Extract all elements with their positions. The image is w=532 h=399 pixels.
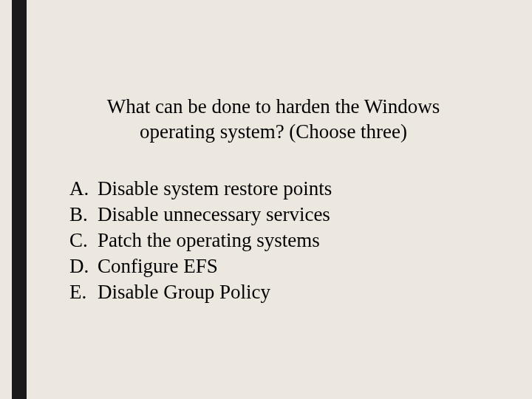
option-b: B. Disable unnecessary services: [69, 202, 332, 228]
option-text: Disable unnecessary services: [98, 202, 332, 228]
option-text: Patch the operating systems: [98, 228, 332, 253]
slide: What can be done to harden the Windows o…: [0, 0, 532, 399]
option-label: E.: [69, 279, 98, 305]
option-label: D.: [69, 253, 98, 279]
option-text: Disable Group Policy: [98, 279, 332, 305]
option-label: A.: [69, 176, 98, 202]
accent-bar: [12, 0, 27, 399]
option-c: C. Patch the operating systems: [69, 228, 332, 253]
options-list: A. Disable system restore points B. Disa…: [69, 176, 332, 305]
question-text: What can be done to harden the Windows o…: [74, 95, 473, 145]
option-e: E. Disable Group Policy: [69, 279, 332, 305]
option-a: A. Disable system restore points: [69, 176, 332, 202]
option-label: B.: [69, 202, 98, 228]
option-label: C.: [69, 228, 98, 253]
option-text: Configure EFS: [98, 253, 332, 279]
option-text: Disable system restore points: [98, 176, 332, 202]
option-d: D. Configure EFS: [69, 253, 332, 279]
